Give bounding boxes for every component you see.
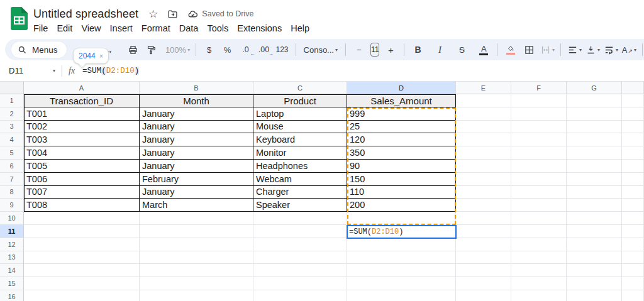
cell-G12[interactable] <box>567 238 622 251</box>
cell-B1[interactable]: Month <box>140 94 253 107</box>
cell-F12[interactable] <box>511 238 567 251</box>
cell-B4[interactable]: January <box>140 133 253 146</box>
cell-E10[interactable] <box>456 212 511 225</box>
cell-B11[interactable] <box>140 225 253 238</box>
cell-F7[interactable] <box>511 173 567 186</box>
cell-D5[interactable]: 350 <box>347 146 456 160</box>
format-currency-button[interactable]: $ <box>201 41 218 58</box>
column-header-H[interactable] <box>622 82 644 94</box>
cell-A8[interactable]: T007 <box>24 186 140 199</box>
increase-font-size-button[interactable]: + <box>382 41 399 58</box>
cell-A15[interactable] <box>24 277 140 290</box>
cell-E15[interactable] <box>456 277 511 290</box>
cell-H6[interactable] <box>622 160 644 173</box>
cell-E7[interactable] <box>456 173 511 186</box>
column-header-G[interactable]: G <box>567 82 622 94</box>
text-rotation-button[interactable]: A ↗ ▾ <box>621 41 637 58</box>
row-header-3[interactable]: 3 <box>0 121 24 134</box>
increase-decimal-button[interactable]: .00 → <box>256 41 272 58</box>
italic-button[interactable]: I <box>431 41 448 58</box>
cell-B9[interactable]: March <box>140 199 253 212</box>
cell-A7[interactable]: T006 <box>24 173 140 186</box>
cell-F15[interactable] <box>511 277 567 290</box>
cell-C7[interactable]: Webcam <box>253 173 347 186</box>
cell-B2[interactable]: January <box>140 107 253 121</box>
cell-E12[interactable] <box>456 238 511 251</box>
cell-D3[interactable]: 25 <box>347 121 456 134</box>
font-size-input[interactable]: 11 <box>370 43 379 57</box>
row-header-2[interactable]: 2 <box>0 107 24 121</box>
merge-cells-button[interactable]: ▾ <box>539 41 555 58</box>
row-header-8[interactable]: 8 <box>0 186 24 199</box>
menus-search-button[interactable]: Menus <box>11 41 67 58</box>
format-percent-button[interactable]: % <box>219 41 236 58</box>
cell-E11[interactable] <box>456 225 511 238</box>
cell-F2[interactable] <box>511 107 567 121</box>
cell-C6[interactable]: Headphones <box>253 160 347 173</box>
horizontal-align-button[interactable]: ▾ <box>566 41 582 58</box>
star-icon[interactable]: ☆ <box>148 9 158 19</box>
cell-D2[interactable]: 999 <box>347 107 456 121</box>
cell-G10[interactable] <box>567 212 622 225</box>
cell-A1[interactable]: Transaction_ID <box>24 94 140 107</box>
document-title[interactable]: Untitled spreadsheet <box>33 8 138 21</box>
row-header-15[interactable]: 15 <box>0 277 24 290</box>
cell-A10[interactable] <box>24 212 140 225</box>
cell-G1[interactable] <box>567 94 622 107</box>
cell-H10[interactable] <box>622 212 644 225</box>
cell-F10[interactable] <box>511 212 567 225</box>
column-header-B[interactable]: B <box>140 82 253 94</box>
font-family-select[interactable]: Conso... ▾ <box>301 41 340 58</box>
cell-D15[interactable] <box>347 277 456 290</box>
cell-G15[interactable] <box>567 277 622 290</box>
cell-D10[interactable] <box>347 212 456 225</box>
cell-C1[interactable]: Product <box>253 94 347 107</box>
cell-E9[interactable] <box>456 199 511 212</box>
row-header-5[interactable]: 5 <box>0 146 24 160</box>
menu-edit[interactable]: Edit <box>52 22 77 35</box>
column-header-C[interactable]: C <box>253 82 347 94</box>
cell-C15[interactable] <box>253 277 347 290</box>
cell-H1[interactable] <box>622 94 644 107</box>
cell-C14[interactable] <box>253 264 347 277</box>
cell-G6[interactable] <box>567 160 622 173</box>
column-header-A[interactable]: A <box>24 82 140 94</box>
cell-B13[interactable] <box>140 251 253 265</box>
cell-H13[interactable] <box>622 251 644 265</box>
menu-help[interactable]: Help <box>286 22 314 35</box>
menu-view[interactable]: View <box>77 22 105 35</box>
google-sheets-logo[interactable] <box>11 7 28 30</box>
cell-C10[interactable] <box>253 212 347 225</box>
cell-C2[interactable]: Laptop <box>253 107 347 121</box>
bold-button[interactable]: B <box>409 41 426 58</box>
close-icon[interactable]: × <box>99 52 103 60</box>
cell-E3[interactable] <box>456 121 511 134</box>
cell-G7[interactable] <box>567 173 622 186</box>
row-header-4[interactable]: 4 <box>0 133 24 146</box>
row-header-7[interactable]: 7 <box>0 173 24 186</box>
more-formats-button[interactable]: 123 <box>274 41 291 58</box>
select-all-corner[interactable] <box>0 82 24 94</box>
vertical-align-button[interactable]: ▾ <box>584 41 601 58</box>
cell-F8[interactable] <box>511 186 567 199</box>
cell-G16[interactable] <box>567 290 622 301</box>
column-header-F[interactable]: F <box>511 82 567 94</box>
cell-A4[interactable]: T003 <box>24 133 140 146</box>
cell-D6[interactable]: 90 <box>347 160 456 173</box>
borders-button[interactable] <box>521 41 537 58</box>
cell-C4[interactable]: Keyboard <box>253 133 347 146</box>
cell-F1[interactable] <box>511 94 567 107</box>
zoom-select[interactable]: 100% ▾ <box>165 41 191 58</box>
cell-B8[interactable]: January <box>140 186 253 199</box>
cell-D4[interactable]: 120 <box>347 133 456 146</box>
row-header-14[interactable]: 14 <box>0 264 24 277</box>
cell-A11[interactable] <box>24 225 140 238</box>
cell-D1[interactable]: Sales_Amount <box>347 94 456 107</box>
decrease-decimal-button[interactable]: .0 ← <box>238 41 254 58</box>
cell-B5[interactable]: January <box>140 146 253 160</box>
row-header-13[interactable]: 13 <box>0 251 24 265</box>
row-header-9[interactable]: 9 <box>0 199 24 212</box>
cell-G5[interactable] <box>567 146 622 160</box>
cell-G3[interactable] <box>567 121 622 134</box>
menu-extensions[interactable]: Extensions <box>233 22 286 35</box>
